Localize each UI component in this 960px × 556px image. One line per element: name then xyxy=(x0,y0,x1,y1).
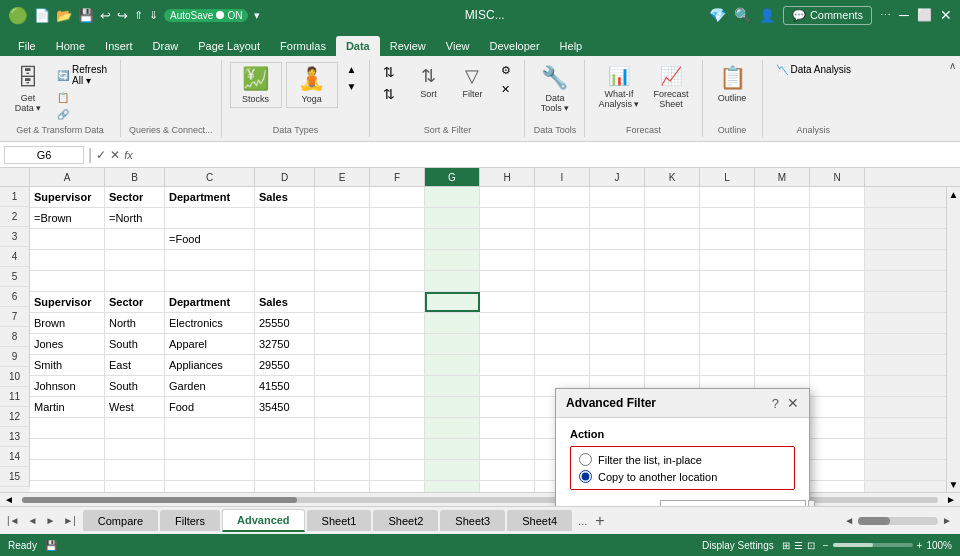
cell-d2[interactable] xyxy=(255,208,315,228)
cell-j5[interactable] xyxy=(590,271,645,291)
tab-advanced[interactable]: Advanced xyxy=(222,509,305,532)
cell-l8[interactable] xyxy=(700,334,755,354)
col-header-i[interactable]: I xyxy=(535,168,590,186)
cell-f8[interactable] xyxy=(370,334,425,354)
col-header-m[interactable]: M xyxy=(755,168,810,186)
col-header-b[interactable]: B xyxy=(105,168,165,186)
cell-j4[interactable] xyxy=(590,250,645,270)
cell-e11[interactable] xyxy=(315,397,370,417)
cell-a5[interactable] xyxy=(30,271,105,291)
cell-a15[interactable] xyxy=(30,481,105,492)
cell-f9[interactable] xyxy=(370,355,425,375)
name-box[interactable]: G6 xyxy=(4,146,84,164)
cell-c4[interactable] xyxy=(165,250,255,270)
cell-a6[interactable]: Supervisor xyxy=(30,292,105,312)
more-tabs-button[interactable]: ... xyxy=(578,515,587,527)
cell-k1[interactable] xyxy=(645,187,700,207)
cell-c15[interactable] xyxy=(165,481,255,492)
scroll-left-arrow[interactable]: ◄ xyxy=(0,494,18,505)
cell-i3[interactable] xyxy=(535,229,590,249)
list-range-input[interactable] xyxy=(660,500,806,506)
cell-m1[interactable] xyxy=(755,187,810,207)
cell-b10[interactable]: South xyxy=(105,376,165,396)
normal-view-icon[interactable]: ⊞ xyxy=(782,540,790,551)
cell-a12[interactable] xyxy=(30,418,105,438)
row-header-14[interactable]: 14 xyxy=(0,447,30,467)
add-sheet-button[interactable]: + xyxy=(595,512,604,530)
cell-i8[interactable] xyxy=(535,334,590,354)
row-header-2[interactable]: 2 xyxy=(0,207,30,227)
cell-f5[interactable] xyxy=(370,271,425,291)
outline-button[interactable]: 📋 Outline xyxy=(712,62,752,106)
zoom-in-icon[interactable]: + xyxy=(917,540,923,551)
cell-d10[interactable]: 41550 xyxy=(255,376,315,396)
cell-e2[interactable] xyxy=(315,208,370,228)
cell-n13[interactable] xyxy=(810,439,865,459)
cell-e10[interactable] xyxy=(315,376,370,396)
forecast-sheet-button[interactable]: 📈 ForecastSheet xyxy=(648,62,693,112)
cell-a13[interactable] xyxy=(30,439,105,459)
open-icon[interactable]: 📂 xyxy=(56,8,72,23)
cell-m3[interactable] xyxy=(755,229,810,249)
cell-n4[interactable] xyxy=(810,250,865,270)
cell-b2[interactable]: =North xyxy=(105,208,165,228)
cell-h13[interactable] xyxy=(480,439,535,459)
cell-f2[interactable] xyxy=(370,208,425,228)
sort-za-button[interactable]: ⇅ xyxy=(378,84,400,104)
cell-h15[interactable] xyxy=(480,481,535,492)
zoom-slider[interactable] xyxy=(833,543,913,547)
cell-h9[interactable] xyxy=(480,355,535,375)
cell-c2[interactable] xyxy=(165,208,255,228)
cell-f10[interactable] xyxy=(370,376,425,396)
cell-m8[interactable] xyxy=(755,334,810,354)
cell-d13[interactable] xyxy=(255,439,315,459)
cell-g15[interactable] xyxy=(425,481,480,492)
cell-m5[interactable] xyxy=(755,271,810,291)
tab-formulas[interactable]: Formulas xyxy=(270,36,336,56)
cell-i9[interactable] xyxy=(535,355,590,375)
cell-m4[interactable] xyxy=(755,250,810,270)
close-button[interactable]: ✕ xyxy=(940,7,952,23)
properties-button[interactable]: 📋 xyxy=(52,90,112,105)
cell-e5[interactable] xyxy=(315,271,370,291)
stocks-button[interactable]: 💹 Stocks xyxy=(231,63,281,107)
col-header-j[interactable]: J xyxy=(590,168,645,186)
cell-j9[interactable] xyxy=(590,355,645,375)
cell-e13[interactable] xyxy=(315,439,370,459)
row-header-8[interactable]: 8 xyxy=(0,327,30,347)
cell-g11[interactable] xyxy=(425,397,480,417)
tab-last-arrow[interactable]: ►| xyxy=(60,513,79,528)
cell-i2[interactable] xyxy=(535,208,590,228)
cell-m2[interactable] xyxy=(755,208,810,228)
cell-b3[interactable] xyxy=(105,229,165,249)
cell-k2[interactable] xyxy=(645,208,700,228)
cell-h4[interactable] xyxy=(480,250,535,270)
cell-n5[interactable] xyxy=(810,271,865,291)
cell-e6[interactable] xyxy=(315,292,370,312)
cell-b15[interactable] xyxy=(105,481,165,492)
cell-d4[interactable] xyxy=(255,250,315,270)
cell-g10[interactable] xyxy=(425,376,480,396)
row-header-4[interactable]: 4 xyxy=(0,247,30,267)
more-commands-icon[interactable]: ▾ xyxy=(254,9,260,22)
reapply-button[interactable]: ⚙ xyxy=(496,62,516,79)
scroll-tabs-right[interactable]: ► xyxy=(942,515,952,526)
cell-n11[interactable] xyxy=(810,397,865,417)
cell-i5[interactable] xyxy=(535,271,590,291)
display-settings-label[interactable]: Display Settings xyxy=(702,540,774,551)
share-icon[interactable]: 👤 xyxy=(759,8,775,23)
cell-d9[interactable]: 29550 xyxy=(255,355,315,375)
cell-e4[interactable] xyxy=(315,250,370,270)
undo-icon[interactable]: ↩ xyxy=(100,8,111,23)
cell-m6[interactable] xyxy=(755,292,810,312)
clear-button[interactable]: ✕ xyxy=(496,81,516,98)
tab-sheet3[interactable]: Sheet3 xyxy=(440,510,505,531)
scroll-tabs-left[interactable]: ◄ xyxy=(844,515,854,526)
cell-n9[interactable] xyxy=(810,355,865,375)
redo-icon[interactable]: ↪ xyxy=(117,8,128,23)
cell-d15[interactable] xyxy=(255,481,315,492)
page-break-view-icon[interactable]: ⊡ xyxy=(807,540,815,551)
cell-d7[interactable]: 25550 xyxy=(255,313,315,333)
cell-d5[interactable] xyxy=(255,271,315,291)
cell-b5[interactable] xyxy=(105,271,165,291)
